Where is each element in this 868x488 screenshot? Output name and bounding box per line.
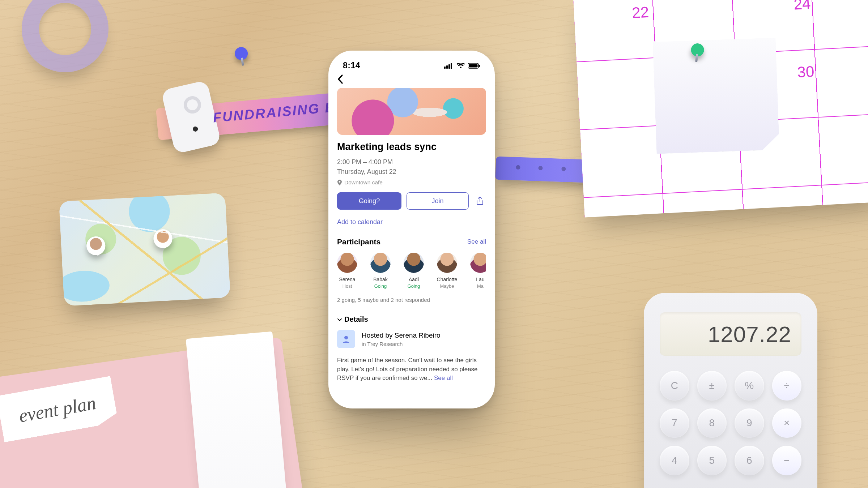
participants-heading: Participants <box>337 237 380 246</box>
participant-name: Aadi <box>409 277 419 282</box>
host-org: in Trey Research <box>362 341 441 347</box>
pushpin-green-prop <box>690 43 705 61</box>
calculator-key: ± <box>697 371 727 401</box>
participant-name: Babak <box>373 277 388 282</box>
event-hero-image <box>337 88 486 135</box>
phone-device: 8:14 Marketing leads sync 2:00 PM – 4:00… <box>328 51 495 408</box>
status-bar: 8:14 <box>328 51 495 72</box>
map-card-prop <box>59 193 231 306</box>
pushpin-blue-prop <box>234 46 249 65</box>
status-time: 8:14 <box>343 61 360 70</box>
description-seeall-link[interactable]: See all <box>434 374 453 381</box>
svg-rect-3 <box>451 63 452 69</box>
notebook-prop: event plan <box>0 337 309 488</box>
participant-status: Ma <box>477 283 484 289</box>
calculator-key: × <box>772 408 802 438</box>
calculator-key: 5 <box>697 446 727 475</box>
participant-status: Going <box>408 283 420 289</box>
participant-avatar <box>404 253 424 273</box>
participant-avatar <box>370 253 391 273</box>
calculator-key: ÷ <box>772 371 802 401</box>
participant-item[interactable]: CharlotteMaybe <box>437 253 457 289</box>
event-title: Marketing leads sync <box>337 141 486 153</box>
calculator-key: − <box>772 446 802 475</box>
participants-seeall-link[interactable]: See all <box>467 238 486 245</box>
svg-point-7 <box>344 336 348 339</box>
calculator-key: 4 <box>660 446 689 475</box>
svg-rect-5 <box>469 64 478 67</box>
calculator-display: 1207.22 <box>660 312 801 356</box>
add-to-calendar-link[interactable]: Add to calendar <box>337 218 486 226</box>
participant-item[interactable]: SerenaHost <box>337 253 357 289</box>
map-marker-icon <box>153 229 173 249</box>
share-button[interactable] <box>474 195 486 207</box>
status-icons <box>444 63 480 69</box>
host-avatar-icon <box>337 330 355 348</box>
event-location: Downtown cafe <box>337 179 486 186</box>
calculator-key: 6 <box>735 446 764 475</box>
calendar-day: 22 <box>631 4 649 22</box>
sticky-note-prop <box>653 38 780 154</box>
cellular-icon <box>444 63 454 69</box>
calculator-key: 8 <box>697 408 727 438</box>
participant-item[interactable]: AadiGoing <box>404 253 424 289</box>
participant-name: Serena <box>339 277 355 282</box>
map-marker-icon <box>86 236 106 256</box>
tape-roll-prop <box>22 0 109 72</box>
participant-name: Charlotte <box>437 277 458 282</box>
share-icon <box>476 197 484 205</box>
svg-rect-0 <box>444 67 446 69</box>
host-name: Hosted by Serena Ribeiro <box>362 331 441 339</box>
participant-avatar <box>337 253 357 273</box>
participant-avatar <box>437 253 457 273</box>
back-button[interactable] <box>337 74 486 84</box>
chevron-down-icon <box>337 317 342 322</box>
participant-item[interactable]: LauMa <box>470 253 486 289</box>
details-toggle[interactable]: Details <box>337 315 486 324</box>
calendar-day: 30 <box>797 63 814 81</box>
wifi-icon <box>456 63 465 69</box>
participants-summary: 2 going, 5 maybe and 2 not responded <box>337 297 486 303</box>
svg-rect-2 <box>448 64 450 69</box>
calculator-key: % <box>735 371 764 401</box>
event-time: 2:00 PM – 4:00 PM <box>337 158 486 166</box>
calculator-key: 7 <box>660 408 689 438</box>
participant-status: Maybe <box>440 283 454 289</box>
participant-item[interactable]: BabakGoing <box>370 253 391 289</box>
details-heading: Details <box>344 315 368 324</box>
event-date: Thursday, August 22 <box>337 168 486 176</box>
participant-status: Host <box>342 283 352 289</box>
calculator-key: 9 <box>735 408 764 438</box>
going-button[interactable]: Going? <box>337 192 401 210</box>
participant-avatar <box>470 253 486 273</box>
event-description: First game of the season. Can't wait to … <box>337 357 478 381</box>
battery-icon <box>468 63 480 69</box>
join-button[interactable]: Join <box>407 192 469 210</box>
participant-name: Lau <box>476 277 484 282</box>
chevron-left-icon <box>337 74 344 84</box>
location-pin-icon <box>337 180 342 185</box>
calculator-prop: 1207.22 C±%÷789×456− <box>644 293 817 488</box>
event-location-text: Downtown cafe <box>344 179 383 186</box>
calculator-key: C <box>660 371 689 401</box>
participant-status: Going <box>374 283 387 289</box>
calendar-day: 24 <box>793 0 811 13</box>
svg-rect-1 <box>446 65 448 69</box>
svg-rect-6 <box>479 65 480 67</box>
notebook-label: event plan <box>0 376 118 442</box>
